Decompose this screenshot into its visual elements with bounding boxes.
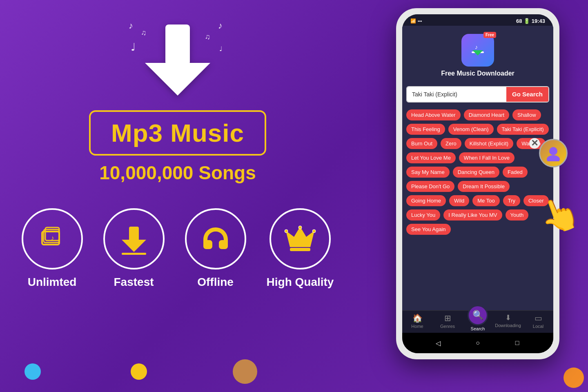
search-bar[interactable]: Go Search bbox=[406, 86, 549, 102]
recents-button[interactable]: □ bbox=[511, 337, 523, 349]
tag-item[interactable]: I Really Like You MV bbox=[443, 209, 502, 220]
crown-icon bbox=[284, 223, 316, 255]
fastest-label: Fastest bbox=[114, 276, 154, 289]
svg-marker-1 bbox=[145, 63, 210, 96]
tag-item[interactable]: Me Too bbox=[472, 195, 499, 206]
svg-rect-8 bbox=[122, 253, 146, 255]
svg-point-17 bbox=[549, 147, 557, 155]
features-row: ♪ Unlimted Fastest Offline bbox=[22, 208, 334, 289]
music-note-3: ♩ bbox=[131, 41, 136, 53]
svg-marker-7 bbox=[122, 240, 146, 252]
feature-quality: High Quality bbox=[267, 208, 334, 289]
unlimited-circle: ♪ bbox=[22, 208, 83, 270]
tag-item[interactable]: Venom (Clean) bbox=[448, 124, 494, 135]
back-button[interactable]: ◁ bbox=[432, 337, 444, 349]
status-left-icons: 📶 ▪▪▪ bbox=[410, 18, 422, 24]
music-library-icon: ♪ bbox=[36, 223, 69, 255]
home-button[interactable]: ○ bbox=[472, 337, 484, 349]
free-badge: Free bbox=[483, 32, 496, 38]
tag-item[interactable]: Say My Name bbox=[406, 167, 450, 178]
tag-item[interactable]: This Feeling bbox=[406, 124, 445, 135]
signal-icon: ▪▪▪ bbox=[418, 19, 422, 23]
go-search-button[interactable]: Go Search bbox=[506, 87, 548, 102]
feature-offline: Offline bbox=[185, 208, 246, 289]
tag-item[interactable]: Dancing Queen bbox=[453, 167, 499, 178]
left-section: ♪ ♫ ♩ ♪ ♫ ♩ Mp3 Music 10,000,000 Songs bbox=[0, 0, 355, 392]
phone-outer-frame: 📶 ▪▪▪ 68 🔋 19:43 ♪ bbox=[396, 8, 559, 359]
system-nav: ◁ ○ □ bbox=[402, 333, 553, 353]
search-circle: 🔍 bbox=[468, 305, 488, 325]
phone-mockup: 📶 ▪▪▪ 68 🔋 19:43 ♪ bbox=[396, 8, 568, 376]
svg-point-13 bbox=[285, 229, 288, 233]
nav-search[interactable]: 🔍 Search bbox=[463, 313, 493, 331]
fastest-circle bbox=[103, 208, 165, 270]
svg-text:♪: ♪ bbox=[475, 44, 478, 50]
download-arrow-icon bbox=[137, 20, 218, 102]
genres-label: Genres bbox=[440, 324, 455, 329]
tag-item[interactable]: Going Home bbox=[406, 195, 446, 206]
app-content-area[interactable]: ♪ Free Free Music Downloader Go Search H… bbox=[402, 26, 553, 310]
bottom-nav: 🏠 Home ⊞ Genres 🔍 Search ⬇ Downloading bbox=[402, 310, 553, 333]
wifi-icon: 📶 bbox=[410, 18, 416, 24]
status-bar: 📶 ▪▪▪ 68 🔋 19:43 bbox=[402, 14, 553, 26]
search-input[interactable] bbox=[407, 87, 506, 102]
unlimited-label: Unlimted bbox=[28, 276, 77, 289]
tag-item[interactable]: Youth bbox=[506, 209, 529, 220]
tag-item[interactable]: Taki Taki (Explicit) bbox=[497, 124, 549, 135]
tag-item[interactable]: Zero bbox=[441, 138, 461, 149]
tag-item[interactable]: Diamond Heart bbox=[464, 109, 509, 120]
tag-item[interactable]: Wild bbox=[449, 195, 469, 206]
svg-marker-9 bbox=[286, 227, 314, 247]
tag-item[interactable]: Let You Love Me bbox=[406, 152, 456, 163]
mp3-title: Mp3 Music bbox=[111, 118, 244, 147]
deco-yellow-circle bbox=[131, 363, 147, 380]
home-label: Home bbox=[411, 324, 423, 329]
phone-screen: 📶 ▪▪▪ 68 🔋 19:43 ♪ bbox=[402, 14, 553, 353]
tag-item[interactable]: See You Again bbox=[406, 224, 451, 235]
genres-icon: ⊞ bbox=[444, 313, 451, 323]
downloading-icon: ⬇ bbox=[505, 313, 511, 322]
tag-item[interactable]: Shallow bbox=[512, 109, 541, 120]
close-overlay-button[interactable]: ✕ bbox=[529, 138, 540, 149]
svg-text:♪: ♪ bbox=[51, 234, 54, 242]
tags-container: Head Above WaterDiamond HeartShallowThis… bbox=[402, 107, 553, 239]
tag-item[interactable]: Head Above Water bbox=[406, 109, 461, 120]
download-speed-icon bbox=[118, 223, 150, 255]
search-nav-label: Search bbox=[471, 326, 485, 331]
nav-genres[interactable]: ⊞ Genres bbox=[432, 313, 463, 331]
svg-rect-0 bbox=[165, 24, 190, 65]
app-icon-bg: ♪ bbox=[461, 34, 494, 67]
offline-circle bbox=[185, 208, 246, 270]
music-note-6: ♩ bbox=[219, 45, 223, 53]
svg-point-18 bbox=[547, 155, 560, 161]
tag-item[interactable]: Closer bbox=[523, 195, 549, 206]
tag-item[interactable]: When I Fall In Love bbox=[459, 152, 514, 163]
tag-item[interactable]: Dream It Possible bbox=[458, 181, 510, 192]
quality-label: High Quality bbox=[267, 276, 334, 289]
tag-item[interactable]: Burn Out bbox=[406, 138, 437, 149]
tag-item[interactable]: Faded bbox=[503, 167, 528, 178]
app-name: Free Music Downloader bbox=[441, 70, 514, 77]
app-header: ♪ Free Free Music Downloader bbox=[402, 26, 553, 86]
music-note-1: ♪ bbox=[129, 20, 133, 31]
headphones-icon bbox=[199, 223, 232, 255]
offline-label: Offline bbox=[197, 276, 234, 289]
profile-overlay bbox=[539, 139, 568, 167]
tag-item[interactable]: Please Don't Go bbox=[406, 181, 454, 192]
local-label: Local bbox=[533, 324, 543, 329]
nav-downloading[interactable]: ⬇ Downloading bbox=[493, 313, 523, 331]
feature-unlimited: ♪ Unlimted bbox=[22, 208, 83, 289]
nav-local[interactable]: ▭ Local bbox=[523, 313, 553, 331]
download-arrow-area: ♪ ♫ ♩ ♪ ♫ ♩ bbox=[125, 16, 231, 106]
songs-count: 10,000,000 Songs bbox=[99, 162, 256, 184]
downloading-label: Downloading bbox=[495, 323, 521, 328]
svg-rect-6 bbox=[129, 227, 139, 241]
app-icon-svg: ♪ bbox=[468, 40, 488, 60]
nav-home[interactable]: 🏠 Home bbox=[402, 313, 432, 331]
local-icon: ▭ bbox=[535, 313, 542, 323]
tag-item[interactable]: Lucky You bbox=[406, 209, 440, 220]
quality-circle bbox=[270, 208, 331, 270]
tag-item[interactable]: Killshot (Explicit) bbox=[465, 138, 513, 149]
tag-item[interactable]: Try bbox=[503, 195, 520, 206]
svg-rect-10 bbox=[290, 248, 310, 251]
